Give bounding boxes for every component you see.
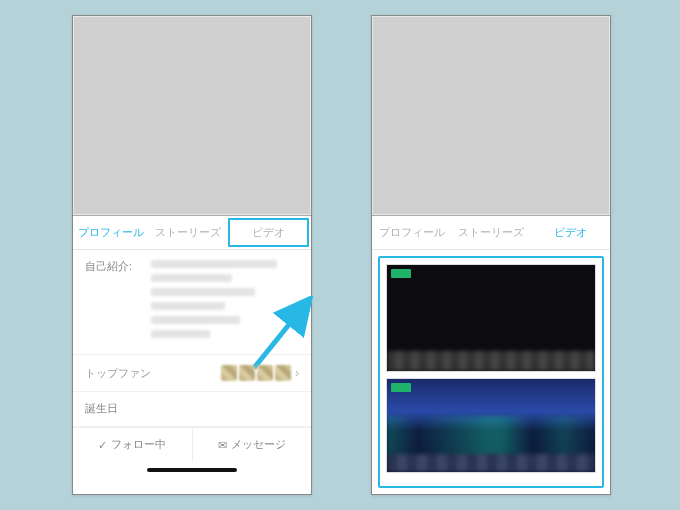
profile-hero-image — [73, 16, 311, 216]
check-icon: ✓ — [98, 439, 107, 451]
follow-label: フォロー中 — [111, 438, 166, 452]
live-badge-icon — [391, 269, 411, 278]
home-indicator — [147, 468, 237, 472]
profile-actions: ✓ フォロー中 ✉ メッセージ — [73, 427, 311, 462]
message-label: メッセージ — [231, 438, 286, 452]
message-icon: ✉ — [218, 439, 227, 451]
bio-text-redacted — [151, 260, 299, 344]
tab-video[interactable]: ビデオ — [228, 218, 309, 247]
profile-tabs: プロフィール ストーリーズ ビデオ — [73, 216, 311, 250]
birthday-label: 誕生日 — [85, 402, 118, 414]
profile-hero-image — [372, 16, 610, 216]
phone-right: プロフィール ストーリーズ ビデオ — [371, 15, 611, 495]
topfan-label: トップファン — [85, 366, 151, 381]
birthday-row: 誕生日 — [73, 392, 311, 427]
tab-stories[interactable]: ストーリーズ — [150, 216, 227, 249]
bio-section: 自己紹介: — [73, 250, 311, 355]
video-grid — [378, 256, 604, 488]
chevron-right-icon: › — [295, 366, 299, 380]
follow-button[interactable]: ✓ フォロー中 — [73, 428, 193, 462]
topfan-avatars — [221, 365, 291, 381]
tab-video[interactable]: ビデオ — [531, 216, 610, 249]
live-badge-icon — [391, 383, 411, 392]
video-thumbnail[interactable] — [386, 264, 596, 372]
avatar — [221, 365, 237, 381]
tab-profile[interactable]: プロフィール — [372, 216, 451, 249]
topfan-row[interactable]: トップファン › — [73, 355, 311, 392]
tab-profile[interactable]: プロフィール — [73, 216, 150, 249]
bio-label: 自己紹介: — [85, 260, 141, 274]
avatar — [275, 365, 291, 381]
tab-stories[interactable]: ストーリーズ — [451, 216, 530, 249]
profile-tabs: プロフィール ストーリーズ ビデオ — [372, 216, 610, 250]
avatar — [239, 365, 255, 381]
message-button[interactable]: ✉ メッセージ — [193, 428, 312, 462]
phone-left: プロフィール ストーリーズ ビデオ 自己紹介: — [72, 15, 312, 495]
avatar — [257, 365, 273, 381]
profile-content: 自己紹介: トップファン › — [73, 250, 311, 494]
video-thumbnail[interactable] — [386, 378, 596, 473]
